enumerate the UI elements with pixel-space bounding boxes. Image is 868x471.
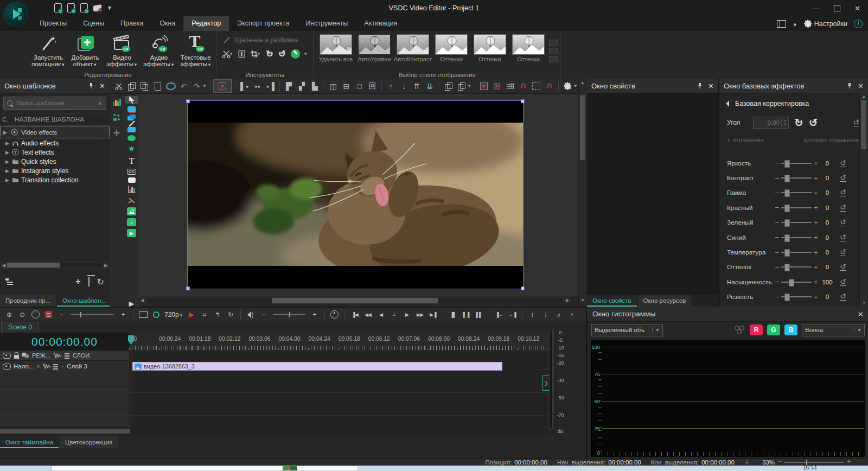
volume-icon[interactable]: ) — [246, 309, 256, 320]
time-mode-icon[interactable] — [330, 309, 340, 320]
slider-plus[interactable]: + — [813, 219, 819, 227]
undo-icon[interactable]: ↶ — [178, 80, 189, 92]
align-left-icon[interactable]: ▌▪ — [239, 80, 250, 92]
timeline-zoom-slider[interactable] — [71, 314, 114, 315]
expand-caret-icon[interactable]: ▶ — [5, 141, 10, 146]
tab-color-correction[interactable]: Цветокоррекция — [60, 436, 118, 448]
paste-icon[interactable] — [139, 80, 150, 92]
split-parts2-icon[interactable]: ⫞ — [566, 309, 576, 320]
close-panel-icon[interactable]: ✕ — [708, 82, 714, 90]
slider-minus[interactable]: − — [774, 219, 780, 227]
expand-caret-icon[interactable]: ▶ — [3, 130, 8, 135]
video-frame[interactable] — [187, 100, 524, 289]
cut-tool-icon[interactable]: ▼ — [222, 50, 233, 58]
scroll-left-icon[interactable]: ◀ — [0, 263, 7, 268]
reset-angle-icon[interactable]: ↺ — [853, 119, 859, 126]
slider-track[interactable] — [781, 282, 812, 283]
tree-item-instagram-styles[interactable]: ▶ Instagram styles — [0, 166, 110, 175]
ellipse-select-icon[interactable] — [165, 80, 176, 92]
zoom-100-icon[interactable] — [30, 309, 40, 320]
histogram-mode-select[interactable]: Волна ▼ — [802, 324, 865, 336]
rotate-cw-90-icon[interactable]: ↻90 — [794, 116, 803, 129]
chart-tool[interactable] — [125, 186, 138, 193]
snap-objects-icon[interactable]: U — [544, 80, 555, 92]
style-thumb-tints-3[interactable]: Оттенки — [510, 34, 546, 62]
styles-scroll-buttons[interactable] — [549, 34, 558, 62]
reset-icon[interactable]: ↺ — [840, 278, 846, 286]
redo-caret-icon[interactable]: ▼ — [202, 84, 207, 88]
group-caret-icon[interactable]: ▼ — [467, 84, 471, 88]
blend-caret-icon[interactable]: ∨ — [37, 364, 41, 369]
layer-waveform-icon[interactable] — [43, 363, 50, 370]
close-histogram-icon[interactable]: ✕ — [858, 310, 864, 319]
timeline-ruler[interactable]: .00 00:00.24 00:01.18 00:02.12 00:03.06 … — [129, 333, 548, 351]
run-wizard-button[interactable]: Запустить помощник▼ — [30, 33, 66, 68]
slider-minus[interactable]: − — [774, 263, 780, 271]
menu-tab-activation[interactable]: Активация — [356, 16, 405, 31]
marquee-icon[interactable] — [531, 80, 542, 92]
subtitles-tool[interactable]: CC — [125, 169, 138, 175]
slider-minus[interactable]: − — [774, 159, 780, 167]
basic-correction-section[interactable]: Базовая корректировка — [719, 93, 868, 107]
add-object-button[interactable]: Добавить объект▼ — [67, 33, 103, 68]
expand-caret-icon[interactable]: ▶ — [5, 168, 10, 174]
move-up-icon[interactable]: ↑ — [385, 80, 397, 92]
volume-slider[interactable] — [273, 314, 305, 315]
prev-frame-icon[interactable]: ◀ — [376, 309, 386, 320]
move-back-icon[interactable]: ⇊ — [424, 80, 436, 92]
tree-item-quick-styles[interactable]: ▶ Quick styles — [0, 157, 110, 166]
slider-plus[interactable]: + — [813, 203, 819, 212]
maximize-button[interactable] — [834, 5, 840, 11]
align-top-icon[interactable]: ▛ — [283, 80, 295, 92]
clear-search-icon[interactable]: ✕ — [98, 100, 103, 106]
move-down-icon[interactable]: ↓ — [398, 80, 410, 92]
rotate-ccw-icon[interactable]: ↺90 — [278, 48, 286, 60]
slider-plus[interactable]: + — [813, 174, 819, 182]
align-right-icon[interactable]: ▪▐ — [265, 80, 276, 92]
redo-icon[interactable]: ↷ — [191, 80, 202, 92]
tree-view-icon[interactable] — [5, 278, 14, 285]
image-tool[interactable] — [125, 207, 138, 215]
refresh-preview-icon[interactable]: ↻ — [226, 309, 235, 320]
split-tool-icon[interactable] — [238, 50, 245, 58]
ellipse-tool[interactable] — [125, 135, 138, 141]
menu-tab-windows[interactable]: Окна — [151, 16, 183, 31]
equalizer-icon[interactable] — [113, 98, 121, 106]
center-v-icon[interactable]: ⊟ — [341, 80, 352, 92]
layer-name[interactable]: Слой 3 — [67, 363, 87, 370]
rotate-cw-icon[interactable]: ↻90 — [266, 48, 273, 60]
settings-button[interactable]: Настройки — [804, 20, 847, 28]
delete-icon[interactable] — [152, 80, 163, 92]
reset-icon[interactable]: ↺ — [840, 204, 846, 212]
delete-template-icon[interactable] — [88, 277, 90, 287]
scene-zoom-slider[interactable] — [784, 462, 844, 463]
scroll-up-icon[interactable]: ▲ — [860, 94, 868, 99]
jump-to-in-icon[interactable]: ▐← — [494, 309, 504, 320]
cut-end-icon[interactable]: ⌋ — [540, 309, 550, 320]
expand-caret-icon[interactable]: ▶ — [5, 159, 10, 164]
scroll-down-icon[interactable]: ▼ — [860, 300, 868, 305]
tree-item-video-effects[interactable]: ▶ Video effects — [0, 126, 110, 138]
angle-spinner[interactable]: 0.00 ▲▼ — [753, 117, 789, 129]
reset-icon[interactable]: ↺ — [840, 219, 846, 226]
slider-minus[interactable]: − — [774, 174, 780, 182]
objects-column-icon[interactable] — [22, 353, 29, 358]
frame-preview-icon[interactable]: ⌗ — [200, 309, 209, 320]
templates-hscrollbar[interactable]: ◀ ▶ — [0, 262, 110, 269]
text-effects-button[interactable]: TFX Текстовые эффекты▼ — [178, 33, 214, 68]
flip-horizontal-button[interactable]: т. отражение — [727, 137, 764, 143]
move-front-icon[interactable]: ⇈ — [411, 80, 423, 92]
jump-to-out-icon[interactable]: →▐ — [507, 309, 517, 320]
text-tool[interactable]: T — [125, 156, 138, 166]
slider-minus[interactable]: − — [774, 293, 780, 301]
flip-vertical-button[interactable]: эртикал. отражение — [803, 137, 860, 143]
minimize-button[interactable]: — — [813, 4, 820, 12]
fast-forward-icon[interactable]: ▶▶ — [415, 309, 425, 320]
red-channel-button[interactable]: R — [750, 324, 763, 335]
rows-column-icon[interactable] — [65, 353, 69, 359]
menu-tab-tools[interactable]: Инструменты — [297, 16, 356, 31]
style-thumb-autocontrast[interactable]: АвтоКонтраст — [395, 34, 431, 62]
keyframes-icon[interactable] — [113, 113, 120, 121]
slider-track[interactable] — [781, 296, 812, 297]
view-settings-gear-icon[interactable] — [562, 80, 573, 92]
